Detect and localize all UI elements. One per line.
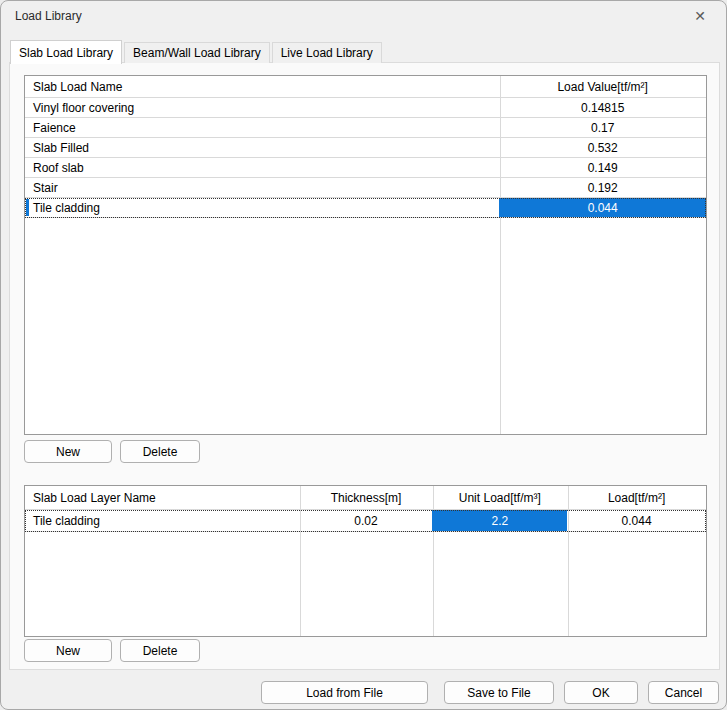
unit-load-cell[interactable]: 2.2 (432, 510, 567, 531)
table-row[interactable]: Slab Filled0.532 (25, 138, 706, 158)
slab-load-table: Slab Load Name Load Value[tf/m²] Vinyl f… (24, 75, 707, 435)
ok-button[interactable]: OK (564, 681, 638, 704)
thickness-cell[interactable]: 0.02 (300, 510, 433, 531)
header-load: Load[tf/m²] (567, 491, 706, 505)
slab-name-cell[interactable]: Tile cladding (25, 198, 499, 217)
slab-delete-button[interactable]: Delete (120, 440, 200, 463)
slab-name-cell[interactable]: Roof slab (25, 158, 499, 177)
layer-delete-button[interactable]: Delete (120, 639, 200, 662)
table-row[interactable]: Tile cladding0.022.20.044 (25, 510, 706, 532)
load-value-cell[interactable]: 0.14815 (499, 98, 706, 117)
load-value-cell[interactable]: 0.532 (499, 138, 706, 157)
slab-load-table-body: Vinyl floor covering0.14815Faience0.17Sl… (25, 98, 706, 218)
table-row[interactable]: Faience0.17 (25, 118, 706, 138)
table-row[interactable]: Stair0.192 (25, 178, 706, 198)
table-row[interactable]: Vinyl floor covering0.14815 (25, 98, 706, 118)
slab-name-cell[interactable]: Vinyl floor covering (25, 98, 499, 117)
tab-live-load-library[interactable]: Live Load Library (272, 42, 382, 63)
slab-name-cell[interactable]: Slab Filled (25, 138, 499, 157)
slab-load-layer-table: Slab Load Layer Name Thickness[m] Unit L… (24, 485, 707, 637)
load-value-cell[interactable]: 0.192 (499, 178, 706, 197)
tab-slab-load-library[interactable]: Slab Load Library (10, 40, 122, 64)
layer-name-cell[interactable]: Tile cladding (25, 510, 300, 531)
window-title: Load Library (15, 9, 82, 23)
layer-new-button[interactable]: New (24, 639, 112, 662)
header-layer-name: Slab Load Layer Name (25, 491, 300, 505)
slab-name-cell[interactable]: Stair (25, 178, 499, 197)
slab-name-cell[interactable]: Faience (25, 118, 499, 137)
close-button[interactable]: ✕ (678, 2, 722, 30)
load-cell[interactable]: 0.044 (567, 510, 706, 531)
slab-load-table-header: Slab Load Name Load Value[tf/m²] (25, 76, 706, 98)
slab-new-button[interactable]: New (24, 440, 112, 463)
title-bar: Load Library ✕ (1, 1, 726, 31)
selection-strip (26, 199, 29, 216)
close-icon: ✕ (694, 8, 706, 24)
load-value-cell[interactable]: 0.149 (499, 158, 706, 177)
load-library-dialog: Load Library ✕ Slab Load Library Beam/Wa… (0, 0, 727, 710)
header-unit-load: Unit Load[tf/m³] (432, 491, 567, 505)
slab-load-library-panel: Slab Load Name Load Value[tf/m²] Vinyl f… (9, 62, 720, 670)
save-to-file-button[interactable]: Save to File (444, 681, 554, 704)
layer-table-header: Slab Load Layer Name Thickness[m] Unit L… (25, 486, 706, 510)
load-value-cell[interactable]: 0.044 (499, 198, 706, 217)
header-load-value: Load Value[tf/m²] (499, 80, 706, 94)
header-thickness: Thickness[m] (300, 491, 433, 505)
load-from-file-button[interactable]: Load from File (261, 681, 428, 704)
cancel-button[interactable]: Cancel (648, 681, 719, 704)
table-row[interactable]: Tile cladding0.044 (25, 198, 706, 218)
tab-strip: Slab Load Library Beam/Wall Load Library… (10, 39, 384, 63)
load-value-cell[interactable]: 0.17 (499, 118, 706, 137)
header-slab-load-name: Slab Load Name (25, 80, 499, 94)
layer-table-body: Tile cladding0.022.20.044 (25, 510, 706, 532)
table-row[interactable]: Roof slab0.149 (25, 158, 706, 178)
tab-beam-wall-load-library[interactable]: Beam/Wall Load Library (124, 42, 270, 63)
